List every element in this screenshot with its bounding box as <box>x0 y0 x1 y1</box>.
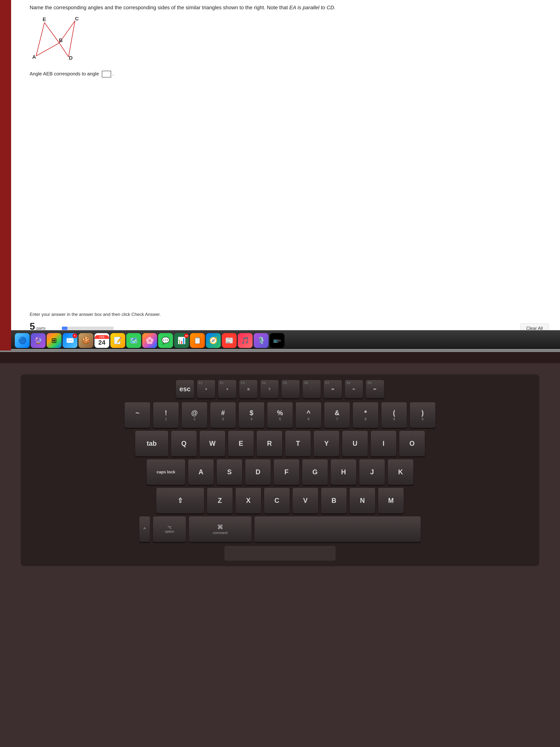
dock-tv-icon[interactable]: 📺 tv <box>270 333 285 348</box>
key-y[interactable]: Y <box>314 431 340 457</box>
screen-content: Name the corresponding angles and the co… <box>11 0 560 351</box>
key-f9[interactable]: F9 ⏭ <box>366 380 384 398</box>
key-d[interactable]: D <box>245 459 271 485</box>
dock-news-icon[interactable]: 📰 <box>222 333 237 348</box>
key-f3-icon: ⊞ <box>247 387 250 391</box>
calendar-month: FEB <box>95 335 109 339</box>
dock-podcasts-icon[interactable]: 🎙️ <box>254 333 268 348</box>
key-f2[interactable]: F2 ☀ <box>218 380 237 398</box>
key-w[interactable]: W <box>199 431 225 457</box>
key-t[interactable]: T <box>285 431 311 457</box>
dock-keynote-icon[interactable]: 📋 <box>190 333 205 348</box>
mail-icon: ✉️ <box>66 337 74 344</box>
dock-cookie-icon[interactable]: 🍪 <box>79 333 93 348</box>
key-f[interactable]: F <box>273 459 299 485</box>
key-m[interactable]: M <box>378 488 404 514</box>
key-2[interactable]: @ 2 <box>182 402 207 428</box>
podcasts-icon: 🎙️ <box>257 337 265 344</box>
key-f4[interactable]: F4 ⠿ <box>260 380 279 398</box>
key-arrow-up[interactable]: ^ <box>139 516 150 542</box>
dock-siri-icon[interactable]: 🔮 <box>31 333 46 348</box>
key-f8[interactable]: F8 ⏯ <box>345 380 363 398</box>
question-text: Name the corresponding angles and the co… <box>30 4 549 11</box>
key-6[interactable]: ^ 6 <box>296 402 321 428</box>
dock-mail-icon[interactable]: ✉️ 8 <box>62 333 77 348</box>
key-shift-left-label: ⇧ <box>178 497 183 505</box>
key-3[interactable]: # 3 <box>210 402 236 428</box>
key-1-bot: 1 <box>165 417 167 421</box>
laptop-screen: Name the corresponding angles and the co… <box>0 0 560 352</box>
key-f3[interactable]: F3 ⊞ <box>239 380 258 398</box>
mac-dock: 🔵 🔮 ⊞ ✉️ 8 🍪 FEB 24 <box>11 330 560 351</box>
key-k[interactable]: K <box>388 459 414 485</box>
parts-label-line1: parts <box>36 326 46 331</box>
key-q[interactable]: Q <box>171 431 197 457</box>
key-tab[interactable]: tab <box>135 431 168 457</box>
key-g[interactable]: G <box>302 459 328 485</box>
key-tilde-bot: ` <box>137 417 138 421</box>
key-f6[interactable]: F6 · <box>302 380 321 398</box>
key-caps-lock[interactable]: caps lock <box>146 459 185 485</box>
key-f1-fn: F1 <box>199 382 203 385</box>
key-f5[interactable]: F5 · <box>281 380 300 398</box>
key-x[interactable]: X <box>235 488 261 514</box>
angle-answer-input[interactable] <box>102 71 111 77</box>
key-9[interactable]: ( 9 <box>381 402 407 428</box>
key-5[interactable]: % 5 <box>267 402 293 428</box>
key-4[interactable]: $ 4 <box>239 402 264 428</box>
trackpad[interactable] <box>224 546 336 561</box>
dock-maps-icon[interactable]: 🗺️ <box>126 333 141 348</box>
key-h[interactable]: H <box>330 459 356 485</box>
key-n[interactable]: N <box>349 488 375 514</box>
key-option-left[interactable]: ⌥ option <box>153 516 186 542</box>
key-3-top: # <box>221 409 225 417</box>
key-f5-fn: F5 <box>283 382 287 385</box>
dock-calendar-icon[interactable]: FEB 24 <box>95 333 109 348</box>
key-shift-left[interactable]: ⇧ <box>156 488 204 514</box>
dock-safari-icon[interactable]: 🧭 <box>206 333 221 348</box>
dock-messages-icon[interactable]: 💬 <box>158 333 173 348</box>
key-c[interactable]: C <box>264 488 290 514</box>
key-f7[interactable]: F7 ⏮ <box>323 380 342 398</box>
photos-icon: 🌸 <box>145 337 154 344</box>
key-v[interactable]: V <box>292 488 318 514</box>
dock-music-icon[interactable]: 🎵 <box>238 333 252 348</box>
key-u[interactable]: U <box>342 431 368 457</box>
key-8-bot: 8 <box>365 417 367 421</box>
key-3-bot: 3 <box>222 417 224 421</box>
dock-launchpad-icon[interactable]: ⊞ <box>47 333 61 348</box>
svg-text:B: B <box>59 37 62 43</box>
key-f4-fn: F4 <box>262 382 266 385</box>
dock-finder-icon[interactable]: 🔵 <box>15 333 30 348</box>
key-0[interactable]: ) 0 <box>410 402 435 428</box>
key-0-bot: 0 <box>422 417 424 421</box>
key-i[interactable]: I <box>371 431 397 457</box>
key-caps-label: caps lock <box>157 470 175 474</box>
key-tilde[interactable]: ~ ` <box>125 402 150 428</box>
key-1[interactable]: ! 1 <box>153 402 179 428</box>
svg-text:C: C <box>75 17 79 22</box>
key-s[interactable]: S <box>216 459 242 485</box>
key-space[interactable] <box>254 516 421 542</box>
angle-question-text: Angle AEB corresponds to angle <box>30 71 99 77</box>
key-z[interactable]: Z <box>207 488 233 514</box>
dock-numbers-icon[interactable]: 📊 34 <box>174 333 189 348</box>
key-esc[interactable]: esc <box>176 380 194 398</box>
key-5-bot: 5 <box>279 417 281 421</box>
key-f1[interactable]: F1 ☀ <box>197 380 215 398</box>
key-6-top: ^ <box>306 409 310 417</box>
key-f4-icon: ⠿ <box>268 387 271 391</box>
dock-notes-icon[interactable]: 📝 <box>110 333 125 348</box>
fn-key-row: esc F1 ☀ F2 ☀ F3 ⊞ F4 ⠿ F5 · <box>28 380 532 398</box>
key-o[interactable]: O <box>399 431 425 457</box>
key-8[interactable]: * 8 <box>353 402 378 428</box>
progress-bar-fill <box>62 327 68 330</box>
key-j[interactable]: J <box>359 459 385 485</box>
key-command[interactable]: ⌘ command <box>189 516 252 542</box>
key-7[interactable]: & 7 <box>324 402 350 428</box>
key-r[interactable]: R <box>257 431 283 457</box>
key-e[interactable]: E <box>228 431 254 457</box>
key-a[interactable]: A <box>188 459 214 485</box>
key-b[interactable]: B <box>321 488 347 514</box>
dock-photos-icon[interactable]: 🌸 <box>142 333 157 348</box>
